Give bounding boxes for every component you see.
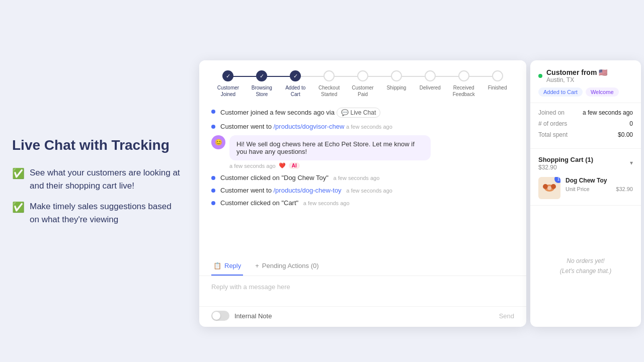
reply-icon: 📋 bbox=[213, 262, 221, 269]
step-customer-joined: ✓ CustomerJoined bbox=[211, 70, 245, 98]
reply-placeholder: Reply with a message here bbox=[211, 283, 290, 291]
step-label-2: BrowsingStore bbox=[252, 84, 272, 98]
activity-dot-4 bbox=[211, 189, 215, 193]
chat-message-row: 😊 Hi! We sell dog chews here at Echo Pet… bbox=[211, 135, 514, 169]
activity-text-joined: Customer joined a few seconds ago via 💬 … bbox=[220, 108, 514, 118]
feature-item-2: ✅ Make timely sales suggestions based on… bbox=[12, 200, 181, 226]
chat-bubble: Hi! We sell dog chews here at Echo Pet S… bbox=[229, 135, 431, 160]
stat-joined-label: Joined on bbox=[538, 109, 565, 116]
feature-list: ✅ See what your customers are looking at… bbox=[12, 166, 181, 226]
right-sidebar: Customer from 🇺🇸 Austin, TX Added to Car… bbox=[530, 60, 641, 327]
stat-orders: # of orders 0 bbox=[538, 120, 633, 127]
activity-time-4: a few seconds ago bbox=[346, 188, 392, 194]
badge-welcome[interactable]: Welcome bbox=[586, 87, 619, 97]
internal-note-toggle[interactable] bbox=[211, 311, 229, 321]
dog-toy-svg bbox=[541, 180, 557, 196]
no-orders-text: No orders yet! (Let's change that.) bbox=[560, 256, 611, 276]
cart-title: Shopping Cart (1) bbox=[538, 156, 593, 163]
page-title: Live Chat with Tracking bbox=[12, 136, 181, 154]
agent-avatar: 😊 bbox=[211, 135, 225, 149]
tab-reply-label: Reply bbox=[224, 262, 241, 269]
toggle-group: Internal Note bbox=[211, 311, 272, 321]
step-browsing-store: ✓ BrowsingStore bbox=[245, 70, 279, 98]
activity-link-1[interactable]: /products/dogvisor-chew bbox=[274, 123, 345, 130]
activity-went-to-2: Customer went to /products/dog-chew-toy … bbox=[211, 187, 514, 194]
chevron-down-icon: ▾ bbox=[630, 159, 633, 166]
chat-bubble-meta: a few seconds ago ❤️ AI bbox=[229, 162, 514, 169]
step-circle-9 bbox=[492, 70, 503, 81]
unit-price-value: $32.90 bbox=[616, 186, 633, 192]
cart-item-name: Dog Chew Toy bbox=[566, 177, 633, 184]
chat-bubble-icon: 💬 bbox=[341, 109, 349, 116]
activity-link-2[interactable]: /products/dog-chew-toy bbox=[274, 187, 342, 194]
activity-text-2: Customer went to /products/dogvisor-chew… bbox=[220, 123, 514, 130]
step-circle-6 bbox=[391, 70, 402, 81]
activity-clicked-toy: Customer clicked on "Dog Chew Toy" a few… bbox=[211, 174, 514, 182]
step-circle-4 bbox=[324, 70, 335, 81]
bottom-bar: Internal Note Send bbox=[199, 306, 526, 327]
step-label-6: Shipping bbox=[386, 84, 406, 91]
badge-added-to-cart: Added to Cart bbox=[538, 87, 583, 97]
step-finished: Finished bbox=[480, 70, 514, 91]
activity-clicked-cart: Customer clicked on "Cart" a few seconds… bbox=[211, 199, 514, 207]
step-circle-8 bbox=[458, 70, 469, 81]
step-delivered: Delivered bbox=[413, 70, 447, 91]
svg-point-2 bbox=[551, 184, 556, 189]
step-checkout-started: CheckoutStarted bbox=[312, 70, 346, 98]
tab-pending-label: Pending Actions (0) bbox=[262, 262, 319, 269]
chat-feed: Customer joined a few seconds ago via 💬 … bbox=[199, 104, 526, 257]
step-label-5: CustomerPaid bbox=[352, 84, 373, 98]
sidebar-header: Customer from 🇺🇸 Austin, TX Added to Car… bbox=[530, 60, 641, 103]
cart-item-image: 1 bbox=[538, 177, 560, 199]
no-orders-line2: (Let's change that.) bbox=[560, 267, 611, 275]
left-panel: Live Chat with Tracking ✅ See what your … bbox=[0, 0, 196, 362]
stat-spent-value: $0.00 bbox=[618, 131, 633, 138]
orders-section: No orders yet! (Let's change that.) bbox=[530, 206, 641, 327]
cart-header[interactable]: Shopping Cart (1) $32.90 ▾ bbox=[538, 155, 633, 171]
message-time: a few seconds ago bbox=[229, 163, 276, 169]
customer-name-row: Customer from 🇺🇸 Austin, TX bbox=[538, 68, 633, 83]
stat-spent: Total spent $0.00 bbox=[538, 131, 633, 138]
toggle-label: Internal Note bbox=[234, 312, 272, 320]
activity-time-3: a few seconds ago bbox=[334, 175, 380, 181]
step-customer-paid: CustomerPaid bbox=[346, 70, 380, 98]
stat-orders-value: 0 bbox=[629, 120, 633, 127]
tab-pending-actions[interactable]: + Pending Actions (0) bbox=[253, 257, 320, 276]
online-indicator bbox=[538, 74, 542, 78]
cart-item-info: Dog Chew Toy Unit Price $32.90 bbox=[566, 177, 633, 192]
step-circle-3: ✓ bbox=[290, 70, 301, 81]
stat-joined-value: a few seconds ago bbox=[583, 109, 633, 116]
step-circle-1: ✓ bbox=[222, 70, 233, 81]
step-label-8: ReceivedFeedback bbox=[453, 84, 475, 98]
cart-item-price-row: Unit Price $32.90 bbox=[566, 186, 633, 192]
activity-dot-3 bbox=[211, 176, 215, 180]
unit-price-label: Unit Price bbox=[566, 186, 590, 192]
step-label-1: CustomerJoined bbox=[217, 84, 239, 98]
livechat-icon: 💬 Live Chat bbox=[337, 108, 381, 118]
svg-point-3 bbox=[547, 186, 551, 190]
svg-point-1 bbox=[543, 184, 548, 189]
feature-text-1: See what your customers are looking at a… bbox=[30, 166, 181, 192]
activity-joined: Customer joined a few seconds ago via 💬 … bbox=[211, 108, 514, 118]
activity-text-4: Customer went to /products/dog-chew-toy … bbox=[220, 187, 514, 194]
step-shipping: Shipping bbox=[379, 70, 413, 91]
step-label-9: Finished bbox=[488, 84, 507, 91]
cart-section: Shopping Cart (1) $32.90 ▾ 1 Dog Chew To… bbox=[530, 149, 641, 206]
cart-total: $32.90 bbox=[538, 164, 593, 171]
feature-item-1: ✅ See what your customers are looking at… bbox=[12, 166, 181, 192]
send-button[interactable]: Send bbox=[499, 312, 514, 320]
chat-tabs: 📋 Reply + Pending Actions (0) bbox=[199, 257, 526, 276]
step-label-4: CheckoutStarted bbox=[318, 84, 340, 98]
stat-spent-label: Total spent bbox=[538, 131, 568, 138]
sidebar-stats: Joined on a few seconds ago # of orders … bbox=[530, 103, 641, 149]
customer-name: Customer from 🇺🇸 bbox=[546, 68, 607, 76]
no-orders-line1: No orders yet! bbox=[567, 257, 604, 264]
activity-dot bbox=[211, 110, 215, 114]
tab-reply[interactable]: 📋 Reply bbox=[211, 257, 243, 276]
step-label-3: Added toCart bbox=[285, 84, 305, 98]
badge-row: Added to Cart Welcome bbox=[538, 87, 633, 97]
progress-tracker: ✓ CustomerJoined ✓ BrowsingStore ✓ Added… bbox=[199, 60, 526, 104]
activity-text-5: Customer clicked on "Cart" a few seconds… bbox=[220, 199, 514, 207]
reply-area[interactable]: Reply with a message here bbox=[199, 276, 526, 306]
chat-panel: ✓ CustomerJoined ✓ BrowsingStore ✓ Added… bbox=[199, 60, 526, 327]
